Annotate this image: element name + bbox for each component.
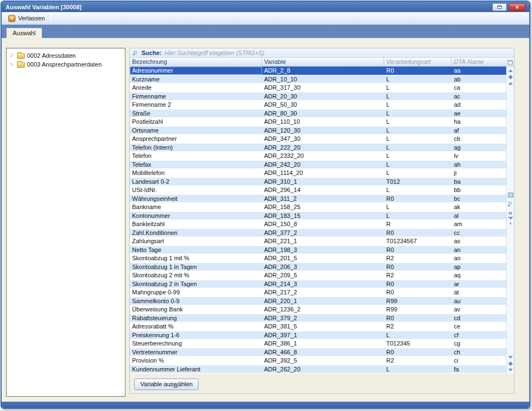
table-row[interactable]: FirmennameADR_20_30Lac	[130, 92, 506, 101]
table-row[interactable]: KontonummerADR_183_15Lal	[130, 212, 506, 221]
table-cell: ba	[452, 178, 506, 186]
tree-item[interactable]: ▷0003 Ansprechpartnerdaten	[7, 60, 125, 69]
expander-icon[interactable]: ▷	[10, 62, 15, 67]
table-cell: ADR_317_30	[262, 84, 384, 92]
table-cell: ADR_2332_20	[262, 152, 384, 160]
column-header-verarbeitungsart[interactable]: Verarbeitungsart	[384, 58, 452, 66]
verlassen-button[interactable]: × Verlassen	[4, 14, 48, 23]
table-cell: ADR_198_3	[262, 246, 384, 254]
table-row[interactable]: AnredeADR_317_30Lca	[130, 84, 506, 92]
scroll-down-icon[interactable]	[508, 356, 513, 359]
table-row[interactable]: BanknameADR_158_25Lak	[130, 203, 506, 212]
column-chooser-button[interactable]	[507, 58, 514, 67]
table-cell: R2	[384, 357, 452, 365]
grid-wrap: BezeichnungVariableVerarbeitungsartDTA-N…	[130, 58, 514, 374]
table-cell: ADR_158_25	[262, 203, 384, 211]
restore-button[interactable]	[492, 3, 507, 11]
table-row[interactable]: Zahl.KonditionenADR_377_2R0cc	[130, 229, 506, 238]
table-row[interactable]: SteuerberechnungADR_386_1T012345cg	[130, 339, 506, 348]
table-cell: ADR_110_10	[262, 118, 384, 126]
table-cell: Rabattsteuerung	[130, 314, 262, 322]
table-row[interactable]: AdressnummerADR_2_8R0aa	[130, 67, 506, 75]
table-cell: L	[384, 84, 452, 92]
tree-item-label: 0003 Ansprechpartnerdaten	[27, 61, 102, 68]
table-row[interactable]: ZahlungsartADR_221_1T01234567as	[130, 237, 506, 246]
table-row[interactable]: AnsprechpartnerADR_347_30Lcb	[130, 135, 506, 144]
table-row[interactable]: Skontoabzug 2 in TagenADR_214_3R0ar	[130, 280, 506, 289]
tab-auswahl[interactable]: Auswahl	[6, 28, 42, 38]
table-cell: L	[384, 152, 452, 160]
table-row[interactable]: WährungseinheitADR_311_2R0bc	[130, 195, 506, 204]
filter-icon[interactable]	[508, 220, 513, 225]
content-area: ▷0002 Adressdaten▷0003 Ansprechpartnerda…	[2, 38, 529, 402]
scroll-up-icon[interactable]	[508, 82, 513, 85]
tree-item[interactable]: ▷0002 Adressdaten	[7, 51, 125, 60]
folder-icon	[17, 62, 25, 68]
table-row[interactable]: Mahngruppe 0-99ADR_217_2R0at	[130, 288, 506, 297]
table-row[interactable]: Sammelkonto 0-9ADR_220_1R99au	[130, 297, 506, 306]
table-cell: Postleitzahl	[130, 118, 262, 126]
table-row[interactable]: TelefonADR_2332_20Llv	[130, 152, 506, 161]
table-cell: av	[452, 305, 506, 314]
table-row[interactable]: Landesart 0-2ADR_310_1T012ba	[130, 178, 506, 187]
scroll-to-bottom-icon[interactable]	[508, 369, 513, 371]
table-row[interactable]: BankleitzahlADR_150_8Ram	[130, 220, 506, 229]
table-cell: lv	[452, 152, 506, 160]
table-row[interactable]: Firmenname 2ADR_50_30Lad	[130, 101, 506, 109]
table-row[interactable]: PostleitzahlADR_110_10Lha	[130, 118, 506, 127]
variable-auswaehlen-button[interactable]: Variable auswählen	[134, 379, 199, 390]
table-row[interactable]: Kundennummer LieferantADR_262_20Lfa	[130, 365, 506, 374]
column-header-dta-name[interactable]: DTA-Name	[452, 58, 506, 66]
scroll-down-step-icon[interactable]	[508, 361, 512, 366]
table-row[interactable]: TelefaxADR_242_20Lah	[130, 161, 506, 169]
table-row[interactable]: Provision %ADR_392_5R2ci	[130, 357, 506, 365]
table-row[interactable]: RabattsteuerungADR_379_2R0cd	[130, 314, 506, 323]
table-cell: ADR_1114_20	[262, 169, 384, 177]
table-row[interactable]: KurznameADR_10_10Lab	[130, 75, 506, 84]
table-cell: ch	[452, 348, 506, 357]
table-row[interactable]: Telefon (Intern)ADR_222_20Lag	[130, 144, 506, 152]
search-input[interactable]	[164, 50, 514, 56]
table-cell: ADR_150_8	[262, 220, 384, 228]
titlebar[interactable]: Auswahl Variablen [30008] ×	[2, 2, 529, 12]
table-cell: R2	[384, 254, 452, 262]
table-row[interactable]: Skontoabzug 2 mit %ADR_209_5R2aq	[130, 271, 506, 280]
table-row[interactable]: Überweisung BankADR_1236_2R99av	[130, 305, 506, 314]
table-cell: cd	[452, 314, 506, 322]
table-cell: ADR_296_14	[262, 186, 384, 194]
column-header-variable[interactable]: Variable	[262, 58, 384, 66]
table-row[interactable]: Adressrabatt %ADR_381_5R2ce	[130, 322, 506, 331]
table-row[interactable]: MobiltelefonADR_1114_20Lji	[130, 169, 506, 178]
table-cell: ADR_392_5	[262, 357, 384, 365]
folder-icon	[17, 53, 25, 59]
table-row[interactable]: Preiskennung 1-6ADR_397_1Lcf	[130, 331, 506, 340]
table-cell: ADR_466_8	[262, 348, 384, 357]
table-row[interactable]: VertreternummerADR_466_8R0ch	[130, 348, 506, 357]
scroll-up-step-icon[interactable]	[508, 75, 512, 79]
expander-icon[interactable]: ▷	[10, 53, 15, 58]
bookmark-icon[interactable]: M	[508, 211, 512, 216]
table-cell: ap	[452, 263, 506, 271]
table-row[interactable]: StraßeADR_80_30Lae	[130, 109, 506, 118]
table-cell: ADR_377_2	[262, 229, 384, 237]
table-row[interactable]: Skontoabzug 1 mit %ADR_201_5R2ao	[130, 254, 506, 263]
close-icon: ×	[515, 4, 519, 10]
table-row[interactable]: Netto TageADR_198_3R0an	[130, 246, 506, 255]
zoom-icon[interactable]	[507, 201, 513, 207]
table-cell: Kurzname	[130, 75, 262, 84]
table-cell: Telefon	[130, 152, 262, 160]
column-header-bezeichnung[interactable]: Bezeichnung	[130, 58, 262, 66]
table-row[interactable]: Skontoabzug 1 in TagenADR_206_3R0ap	[130, 263, 506, 272]
close-button[interactable]: ×	[509, 3, 525, 11]
table-cell: L	[384, 135, 452, 143]
scroll-to-top-icon[interactable]	[508, 69, 513, 72]
tab-auswahl-label: Auswahl	[13, 30, 36, 36]
table-cell: Skontoabzug 1 mit %	[130, 254, 262, 262]
tree-item-label: 0002 Adressdaten	[27, 52, 76, 59]
table-cell: T012	[384, 178, 452, 186]
table-cell: L	[384, 92, 452, 101]
columns-icon[interactable]	[508, 193, 513, 198]
window-bottom-border	[2, 402, 529, 408]
table-row[interactable]: OrtsnameADR_120_30Laf	[130, 127, 506, 135]
table-row[interactable]: USt-IdNr.ADR_296_14Lbb	[130, 186, 506, 195]
